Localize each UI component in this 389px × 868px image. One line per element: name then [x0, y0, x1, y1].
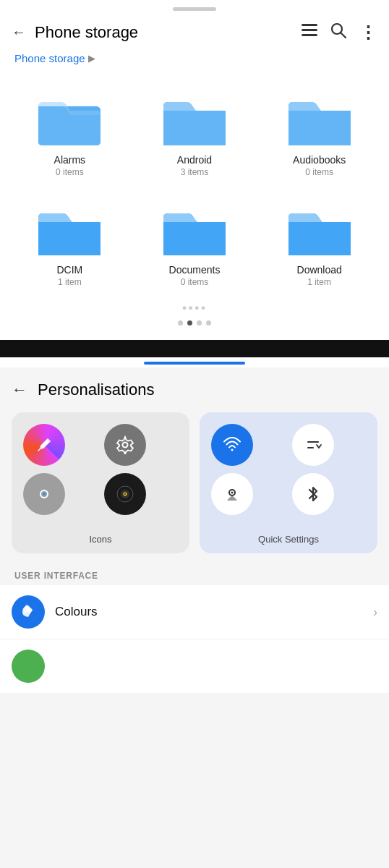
more-options-icon[interactable]: ⋮ [359, 24, 377, 41]
svg-point-20 [124, 493, 126, 495]
folder-item-download[interactable]: Download 1 item [257, 189, 382, 299]
folder-count: 0 items [305, 167, 333, 177]
partial-list-item[interactable] [0, 639, 389, 693]
folder-item-alarms[interactable]: Alarms 0 items [7, 79, 132, 189]
folder-count: 1 item [307, 277, 331, 287]
icons-card-inner [12, 412, 189, 527]
page-title: Phone storage [35, 23, 138, 42]
folder-item-android[interactable]: Android 3 items [132, 79, 257, 189]
svg-point-14 [123, 443, 128, 448]
app-icon-camera [23, 473, 65, 515]
drag-handle[interactable] [0, 0, 389, 15]
qs-signal-icon [292, 424, 334, 466]
nav-indicator [0, 357, 389, 367]
dot-2 [187, 320, 192, 326]
themes-grid: Icons [0, 409, 389, 565]
breadcrumb-text: Phone storage [14, 52, 85, 64]
folder-icon-download [287, 200, 352, 258]
personalisations-title: Personalisations [38, 380, 154, 399]
svg-rect-12 [288, 222, 351, 255]
user-interface-section-label: USER INTERFACE [0, 565, 389, 585]
folder-grid: Alarms 0 items Android 3 items [0, 73, 389, 299]
list-view-icon[interactable] [302, 24, 317, 41]
phone-storage-section: ← Phone storage ⋮ Phone storage [0, 0, 389, 340]
svg-rect-10 [38, 222, 101, 255]
folder-count: 0 items [56, 167, 84, 177]
folder-name: Alarms [54, 154, 86, 166]
breadcrumb[interactable]: Phone storage ▶ [0, 49, 389, 73]
folder-name: DCIM [56, 264, 82, 276]
personalisations-header: ← Personalisations [0, 367, 389, 409]
qs-icons-grid [211, 424, 366, 515]
folder-item-audiobooks[interactable]: Audiobooks 0 items [257, 79, 382, 189]
folder-name: Download [297, 264, 342, 276]
qs-card-inner [200, 412, 377, 527]
svg-rect-11 [163, 222, 226, 255]
personalisations-section: ← Personalisations [0, 367, 389, 707]
dot-3 [197, 320, 202, 326]
app-icon-music [104, 473, 146, 515]
colours-list-item[interactable]: Colours › [0, 585, 389, 639]
folder-item-documents[interactable]: Documents 0 items [132, 189, 257, 299]
folder-name: Documents [169, 264, 221, 276]
back-button-personalisations[interactable]: ← [12, 380, 27, 399]
svg-rect-2 [302, 34, 317, 36]
svg-rect-9 [288, 111, 351, 145]
svg-rect-1 [302, 29, 317, 31]
folder-count: 1 item [58, 277, 82, 287]
folder-icon-audiobooks [287, 90, 352, 148]
folder-name: Audiobooks [293, 154, 346, 166]
header-left: ← Phone storage [12, 23, 138, 42]
folder-icon-android [162, 90, 227, 148]
quicksettings-theme-card[interactable]: Quick Settings [200, 412, 377, 553]
back-button[interactable]: ← [12, 24, 26, 41]
quicksettings-label: Quick Settings [200, 527, 377, 553]
svg-point-16 [43, 493, 46, 495]
svg-line-5 [341, 33, 346, 38]
svg-point-24 [231, 492, 234, 494]
search-icon[interactable] [330, 22, 346, 42]
folder-icon-alarms [37, 90, 102, 148]
header: ← Phone storage ⋮ [0, 15, 389, 49]
qs-bluetooth-icon [292, 473, 334, 515]
folder-icon-documents [162, 200, 227, 258]
partial-item-icon [12, 650, 45, 683]
page-indicator [0, 315, 389, 328]
dot-4 [206, 320, 211, 326]
colours-item-label: Colours [55, 605, 373, 619]
qs-wifi-icon [211, 424, 253, 466]
colours-chevron-icon: › [373, 605, 377, 620]
folder-item-dcim[interactable]: DCIM 1 item [7, 189, 132, 299]
colours-icon [12, 595, 45, 629]
header-icons: ⋮ [302, 22, 377, 42]
svg-line-13 [38, 448, 40, 451]
folder-count: 3 items [181, 167, 209, 177]
app-icon-settings [104, 424, 146, 466]
icons-label: Icons [12, 527, 189, 553]
status-bar [0, 340, 389, 357]
app-icon-colournote [23, 424, 65, 466]
folder-name: Android [177, 154, 212, 166]
svg-rect-0 [302, 24, 317, 26]
dot-1 [178, 320, 183, 326]
watermark: ●●●● [0, 299, 389, 315]
folder-count: 0 items [181, 277, 209, 287]
folder-icon-dcim [37, 200, 102, 258]
nav-bar [144, 362, 245, 365]
qs-location-icon [211, 473, 253, 515]
breadcrumb-arrow-icon: ▶ [88, 53, 95, 64]
app-icons-grid [23, 424, 178, 515]
icons-theme-card[interactable]: Icons [12, 412, 189, 553]
